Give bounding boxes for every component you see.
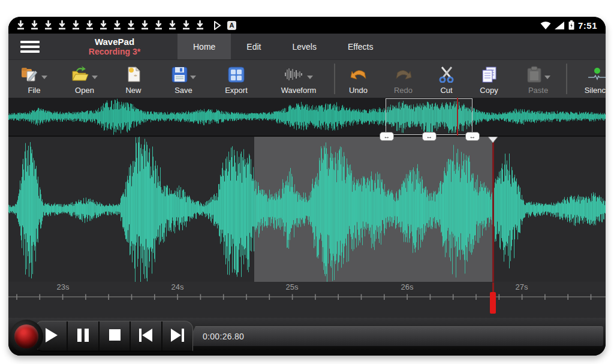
battery-icon [568, 20, 574, 30]
waveform-icon [284, 68, 305, 83]
skip-start-icon [139, 329, 153, 344]
copy-icon [481, 66, 498, 85]
redo-icon [395, 67, 413, 85]
file-icon [21, 66, 39, 85]
toolbar-label: Export [225, 86, 248, 95]
download-icon [58, 20, 66, 31]
time-label: 24s [171, 282, 184, 291]
toolbar-save-button[interactable]: Save [158, 60, 209, 98]
toolbar-file-button[interactable]: File [8, 60, 60, 98]
toolbar-silence-button[interactable]: Silence [567, 60, 606, 98]
download-icon [17, 20, 25, 31]
transport-bar: 0:00:26.80 [8, 318, 606, 356]
play-notification-icon [213, 21, 221, 30]
toolbar-label: Silence [585, 86, 606, 95]
notification-icons: A [17, 20, 540, 31]
toolbar-export-button[interactable]: Export [209, 60, 263, 98]
dropdown-arrow-icon [307, 76, 313, 79]
new-document-icon [126, 66, 142, 85]
toolbar-undo-button[interactable]: Undo [335, 60, 381, 98]
download-icon [141, 20, 149, 31]
toolbar-label: Cut [440, 86, 452, 95]
download-icon [113, 20, 121, 31]
skip-start-button[interactable] [131, 321, 162, 351]
pause-button[interactable] [68, 321, 99, 351]
record-icon [14, 324, 38, 348]
selection-handle-mid[interactable]: ↔ [422, 132, 437, 141]
record-button[interactable] [10, 320, 43, 353]
tab-edit[interactable]: Edit [231, 34, 276, 59]
main-waveform-view[interactable] [8, 137, 606, 282]
time-ruler[interactable] [8, 292, 606, 318]
playhead-marker-icon[interactable] [488, 137, 498, 143]
paste-icon [526, 66, 542, 85]
clock: 7:51 [578, 20, 597, 31]
toolbar-label: Paste [528, 86, 548, 95]
toolbar-open-button[interactable]: Open [60, 60, 109, 98]
download-icon [72, 20, 80, 31]
toolbar-label: Open [75, 86, 94, 95]
ribbon-tabs: HomeEditLevelsEffects [177, 34, 389, 59]
stop-button[interactable] [100, 321, 131, 351]
toolbar-waveform-button[interactable]: Waveform [263, 60, 334, 98]
selection-handle-left[interactable]: ↔ [380, 132, 394, 141]
a-badge-icon: A [227, 21, 236, 30]
menu-button[interactable] [8, 34, 52, 59]
time-label-strip: 23s24s25s26s27s [8, 282, 606, 292]
silence-icon [587, 67, 606, 85]
download-icon [196, 20, 204, 31]
ruler-canvas [8, 292, 606, 318]
dropdown-arrow-icon [544, 76, 550, 79]
toolbar-new-button[interactable]: New [109, 60, 158, 98]
title-block: WavePad Recording 3* [52, 34, 177, 59]
time-display: 0:00:26.80 [186, 326, 603, 346]
dropdown-arrow-icon [92, 76, 98, 79]
play-icon [44, 327, 59, 345]
transport-buttons [36, 321, 193, 351]
download-icon [155, 20, 162, 31]
selection-handle-right[interactable]: ↔ [465, 132, 480, 141]
playback-time: 0:00:26.80 [203, 332, 244, 341]
export-icon [228, 67, 245, 85]
toolbar-label: Undo [349, 86, 368, 95]
waveform-overview[interactable] [8, 98, 606, 137]
download-icon [100, 20, 107, 31]
overview-selection-box[interactable] [386, 98, 472, 135]
skip-end-button[interactable] [162, 321, 192, 351]
time-label: 26s [401, 282, 414, 291]
save-icon [171, 67, 188, 85]
ruler-playhead-marker[interactable] [490, 292, 496, 314]
tab-home[interactable]: Home [177, 34, 231, 59]
toolbar-cut-button[interactable]: Cut [425, 60, 468, 98]
time-label: 25s [286, 282, 299, 291]
tab-levels[interactable]: Levels [276, 34, 332, 59]
wifi-icon [540, 22, 551, 29]
android-status-bar: A 7:51 [8, 17, 606, 34]
dropdown-arrow-icon [190, 76, 196, 79]
ribbon-toolbar: FileOpenNewSaveExportWaveformUndoRedoCut… [8, 59, 606, 98]
toolbar-redo-button: Redo [381, 60, 425, 98]
overview-waveform-canvas [8, 98, 606, 136]
time-label: 27s [516, 282, 528, 291]
download-icon [168, 20, 176, 31]
tablet-screen: A 7:51 WavePad Recording 3* HomeEditLeve… [8, 17, 606, 356]
open-folder-icon [71, 66, 89, 85]
toolbar-copy-button[interactable]: Copy [468, 60, 510, 98]
download-icon [86, 20, 94, 31]
cut-icon [438, 66, 455, 85]
pause-icon [77, 328, 90, 345]
playhead-line-lower [492, 282, 494, 292]
playhead-line [492, 142, 494, 282]
download-icon [127, 20, 135, 31]
toolbar-label: Redo [394, 86, 413, 95]
document-title: Recording 3* [89, 47, 140, 56]
download-icon [31, 20, 38, 31]
hamburger-icon [20, 38, 40, 55]
stop-icon [109, 329, 121, 344]
download-icon [182, 20, 190, 31]
dropdown-arrow-icon [41, 76, 47, 79]
app-title: WavePad [95, 37, 134, 47]
tab-effects[interactable]: Effects [332, 34, 389, 59]
time-label: 23s [57, 282, 70, 291]
main-waveform-canvas [8, 137, 606, 282]
